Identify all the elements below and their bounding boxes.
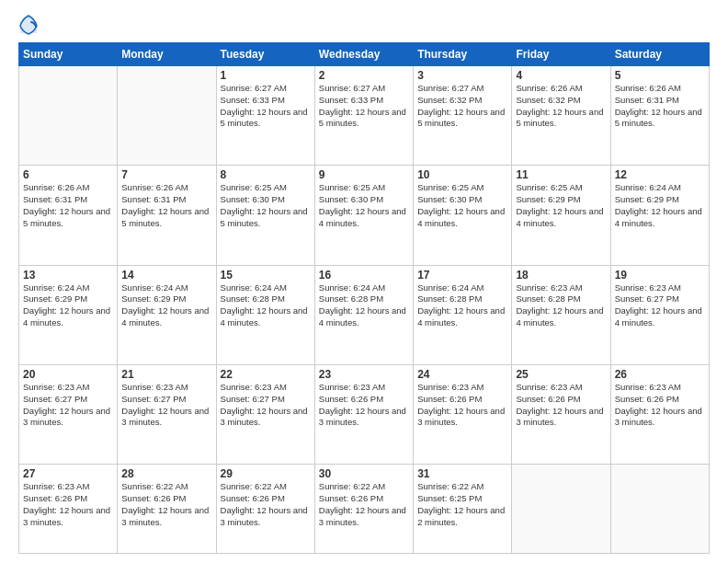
day-cell: 18Sunrise: 6:23 AM Sunset: 6:28 PM Dayli…	[512, 265, 610, 364]
day-info: Sunrise: 6:22 AM Sunset: 6:25 PM Dayligh…	[417, 481, 507, 528]
day-number: 8	[221, 168, 311, 181]
week-row-2: 6Sunrise: 6:26 AM Sunset: 6:31 PM Daylig…	[19, 166, 710, 265]
day-number: 1	[221, 69, 311, 82]
day-number: 16	[319, 269, 409, 282]
day-cell: 20Sunrise: 6:23 AM Sunset: 6:27 PM Dayli…	[19, 364, 118, 464]
day-info: Sunrise: 6:23 AM Sunset: 6:28 PM Dayligh…	[516, 282, 606, 329]
day-number: 10	[417, 168, 507, 181]
day-cell: 10Sunrise: 6:25 AM Sunset: 6:30 PM Dayli…	[414, 166, 512, 265]
day-cell	[610, 465, 709, 554]
day-number: 14	[121, 269, 211, 282]
day-cell: 17Sunrise: 6:24 AM Sunset: 6:28 PM Dayli…	[414, 265, 512, 364]
day-info: Sunrise: 6:25 AM Sunset: 6:29 PM Dayligh…	[516, 182, 606, 229]
week-row-1: 1Sunrise: 6:27 AM Sunset: 6:33 PM Daylig…	[19, 66, 710, 166]
week-row-3: 13Sunrise: 6:24 AM Sunset: 6:29 PM Dayli…	[19, 265, 710, 364]
day-number: 20	[23, 368, 113, 381]
day-cell: 1Sunrise: 6:27 AM Sunset: 6:33 PM Daylig…	[216, 66, 314, 166]
day-number: 30	[319, 467, 409, 480]
day-cell: 31Sunrise: 6:22 AM Sunset: 6:25 PM Dayli…	[414, 465, 512, 554]
day-info: Sunrise: 6:24 AM Sunset: 6:28 PM Dayligh…	[221, 282, 311, 329]
day-info: Sunrise: 6:27 AM Sunset: 6:32 PM Dayligh…	[417, 83, 507, 130]
day-number: 12	[615, 168, 705, 181]
day-cell: 24Sunrise: 6:23 AM Sunset: 6:26 PM Dayli…	[414, 364, 512, 464]
col-wednesday: Wednesday	[314, 43, 413, 66]
day-number: 13	[23, 269, 113, 282]
col-saturday: Saturday	[610, 43, 709, 66]
col-friday: Friday	[512, 43, 610, 66]
day-info: Sunrise: 6:24 AM Sunset: 6:28 PM Dayligh…	[417, 282, 507, 329]
day-info: Sunrise: 6:23 AM Sunset: 6:27 PM Dayligh…	[23, 382, 113, 429]
day-info: Sunrise: 6:23 AM Sunset: 6:27 PM Dayligh…	[221, 382, 311, 429]
day-number: 4	[516, 69, 606, 82]
day-cell: 25Sunrise: 6:23 AM Sunset: 6:26 PM Dayli…	[512, 364, 610, 464]
day-info: Sunrise: 6:25 AM Sunset: 6:30 PM Dayligh…	[221, 182, 311, 229]
day-number: 23	[319, 368, 409, 381]
col-sunday: Sunday	[19, 43, 118, 66]
day-number: 31	[417, 467, 507, 480]
day-number: 11	[516, 168, 606, 181]
day-number: 9	[319, 168, 409, 181]
day-info: Sunrise: 6:24 AM Sunset: 6:29 PM Dayligh…	[23, 282, 113, 329]
day-cell	[512, 465, 610, 554]
day-cell: 2Sunrise: 6:27 AM Sunset: 6:33 PM Daylig…	[314, 66, 413, 166]
day-info: Sunrise: 6:22 AM Sunset: 6:26 PM Dayligh…	[121, 481, 211, 528]
logo	[18, 15, 40, 35]
col-thursday: Thursday	[414, 43, 512, 66]
day-info: Sunrise: 6:26 AM Sunset: 6:31 PM Dayligh…	[121, 182, 211, 229]
day-number: 7	[121, 168, 211, 181]
calendar-table: Sunday Monday Tuesday Wednesday Thursday…	[18, 42, 710, 554]
day-number: 24	[417, 368, 507, 381]
day-info: Sunrise: 6:23 AM Sunset: 6:26 PM Dayligh…	[615, 382, 705, 429]
day-info: Sunrise: 6:22 AM Sunset: 6:26 PM Dayligh…	[319, 481, 409, 528]
day-number: 22	[221, 368, 311, 381]
day-cell: 7Sunrise: 6:26 AM Sunset: 6:31 PM Daylig…	[118, 166, 216, 265]
day-info: Sunrise: 6:25 AM Sunset: 6:30 PM Dayligh…	[417, 182, 507, 229]
day-number: 28	[121, 467, 211, 480]
header	[18, 15, 710, 35]
day-number: 15	[221, 269, 311, 282]
day-number: 21	[121, 368, 211, 381]
day-info: Sunrise: 6:23 AM Sunset: 6:26 PM Dayligh…	[417, 382, 507, 429]
day-cell: 4Sunrise: 6:26 AM Sunset: 6:32 PM Daylig…	[512, 66, 610, 166]
day-cell: 14Sunrise: 6:24 AM Sunset: 6:29 PM Dayli…	[118, 265, 216, 364]
day-info: Sunrise: 6:23 AM Sunset: 6:27 PM Dayligh…	[615, 282, 705, 329]
day-info: Sunrise: 6:27 AM Sunset: 6:33 PM Dayligh…	[221, 83, 311, 130]
day-number: 26	[615, 368, 705, 381]
day-cell: 3Sunrise: 6:27 AM Sunset: 6:32 PM Daylig…	[414, 66, 512, 166]
day-number: 3	[417, 69, 507, 82]
day-cell: 29Sunrise: 6:22 AM Sunset: 6:26 PM Dayli…	[216, 465, 314, 554]
day-cell: 13Sunrise: 6:24 AM Sunset: 6:29 PM Dayli…	[19, 265, 118, 364]
week-row-4: 20Sunrise: 6:23 AM Sunset: 6:27 PM Dayli…	[19, 364, 710, 464]
day-number: 5	[615, 69, 705, 82]
day-cell: 15Sunrise: 6:24 AM Sunset: 6:28 PM Dayli…	[216, 265, 314, 364]
day-info: Sunrise: 6:26 AM Sunset: 6:31 PM Dayligh…	[615, 83, 705, 130]
day-info: Sunrise: 6:26 AM Sunset: 6:32 PM Dayligh…	[516, 83, 606, 130]
day-cell: 27Sunrise: 6:23 AM Sunset: 6:26 PM Dayli…	[19, 465, 118, 554]
day-cell: 19Sunrise: 6:23 AM Sunset: 6:27 PM Dayli…	[610, 265, 709, 364]
day-cell: 16Sunrise: 6:24 AM Sunset: 6:28 PM Dayli…	[314, 265, 413, 364]
day-info: Sunrise: 6:23 AM Sunset: 6:27 PM Dayligh…	[121, 382, 211, 429]
day-cell: 5Sunrise: 6:26 AM Sunset: 6:31 PM Daylig…	[610, 66, 709, 166]
day-info: Sunrise: 6:24 AM Sunset: 6:28 PM Dayligh…	[319, 282, 409, 329]
day-cell: 12Sunrise: 6:24 AM Sunset: 6:29 PM Dayli…	[610, 166, 709, 265]
day-number: 18	[516, 269, 606, 282]
col-monday: Monday	[118, 43, 216, 66]
day-cell: 21Sunrise: 6:23 AM Sunset: 6:27 PM Dayli…	[118, 364, 216, 464]
day-cell	[118, 66, 216, 166]
day-number: 25	[516, 368, 606, 381]
day-info: Sunrise: 6:24 AM Sunset: 6:29 PM Dayligh…	[615, 182, 705, 229]
day-info: Sunrise: 6:27 AM Sunset: 6:33 PM Dayligh…	[319, 83, 409, 130]
day-cell: 9Sunrise: 6:25 AM Sunset: 6:30 PM Daylig…	[314, 166, 413, 265]
day-info: Sunrise: 6:24 AM Sunset: 6:29 PM Dayligh…	[121, 282, 211, 329]
day-cell: 26Sunrise: 6:23 AM Sunset: 6:26 PM Dayli…	[610, 364, 709, 464]
day-cell: 23Sunrise: 6:23 AM Sunset: 6:26 PM Dayli…	[314, 364, 413, 464]
day-info: Sunrise: 6:26 AM Sunset: 6:31 PM Dayligh…	[23, 182, 113, 229]
day-info: Sunrise: 6:23 AM Sunset: 6:26 PM Dayligh…	[23, 481, 113, 528]
logo-icon	[18, 15, 39, 35]
col-tuesday: Tuesday	[216, 43, 314, 66]
day-number: 27	[23, 467, 113, 480]
day-number: 17	[417, 269, 507, 282]
day-info: Sunrise: 6:23 AM Sunset: 6:26 PM Dayligh…	[319, 382, 409, 429]
day-info: Sunrise: 6:22 AM Sunset: 6:26 PM Dayligh…	[221, 481, 311, 528]
calendar-page: Sunday Monday Tuesday Wednesday Thursday…	[0, 0, 728, 563]
